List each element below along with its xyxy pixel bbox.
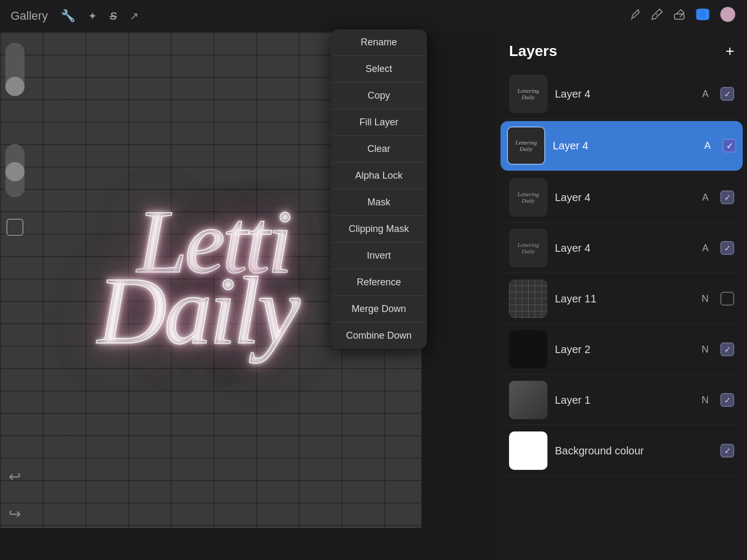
thumb-content [509, 431, 547, 470]
left-sidebar: ↩ ↪ [0, 32, 29, 560]
layer-item[interactable]: LetteringDaily Layer 4 A ✓ [500, 173, 743, 222]
thumb-content: LetteringDaily [508, 127, 544, 164]
context-menu-fill-layer[interactable]: Fill Layer [331, 109, 427, 136]
gallery-button[interactable]: Gallery [11, 9, 48, 23]
check-icon: ✓ [724, 345, 731, 355]
top-toolbar: Gallery 🔧 ✦ S ↗ [0, 0, 747, 32]
opacity-thumb [5, 162, 25, 181]
toolbar-right [627, 6, 736, 26]
context-menu: Rename Select Copy Fill Layer Clear Alph… [331, 29, 427, 349]
wrench-icon[interactable]: 🔧 [61, 9, 75, 23]
layer-mode: A [702, 89, 709, 100]
svg-point-0 [656, 13, 658, 15]
svg-point-4 [720, 7, 735, 22]
context-menu-copy[interactable]: Copy [331, 83, 427, 109]
layer-visibility-checkbox[interactable]: ✓ [720, 342, 734, 356]
layer-thumbnail: LetteringDaily [509, 178, 547, 217]
context-menu-invert[interactable]: Invert [331, 243, 427, 269]
layer-mode: N [702, 344, 709, 355]
layer-thumbnail [509, 330, 547, 369]
layer-name: Layer 1 [555, 394, 694, 406]
layers-title: Layers [509, 43, 557, 60]
check-icon: ✓ [724, 193, 731, 203]
thumb-content [509, 330, 547, 369]
layer-name: Layer 4 [555, 88, 695, 100]
layer-item[interactable]: Layer 11 N [500, 274, 743, 324]
redo-button[interactable]: ↪ [9, 505, 21, 523]
layer-mode: A [704, 140, 711, 151]
thumb-content [509, 279, 547, 318]
layer-mode: N [702, 293, 709, 305]
context-menu-clear[interactable]: Clear [331, 136, 427, 163]
undo-button[interactable]: ↩ [9, 468, 21, 485]
eraser-icon[interactable] [672, 7, 686, 25]
brush-size-slider[interactable] [5, 43, 25, 96]
layer-item[interactable]: Layer 1 N ✓ [500, 375, 743, 425]
layer-mode: A [702, 192, 709, 203]
slider-thumb [5, 77, 25, 96]
layer-visibility-checkbox[interactable]: ✓ [720, 190, 734, 204]
thumb-content: LetteringDaily [509, 178, 547, 217]
magic-wand-icon[interactable]: ✦ [88, 10, 97, 22]
layer-name: Background colour [555, 445, 701, 457]
context-menu-mask[interactable]: Mask [331, 189, 427, 216]
layer-name: Layer 4 [553, 140, 697, 152]
layer-item-background[interactable]: Background colour ✓ [500, 426, 743, 476]
layer-item-selected[interactable]: LetteringDaily Layer 4 A ✓ [500, 121, 743, 171]
toolbar-left: Gallery 🔧 ✦ S ↗ [11, 9, 139, 23]
context-menu-rename[interactable]: Rename [331, 29, 427, 56]
check-icon: ✓ [724, 395, 731, 405]
layer-visibility-checkbox[interactable] [720, 292, 734, 306]
layer-mode: N [702, 395, 709, 406]
context-menu-select[interactable]: Select [331, 56, 427, 83]
layer-visibility-checkbox[interactable]: ✓ [720, 393, 734, 407]
thumb-content [509, 381, 547, 419]
layer-item[interactable]: Layer 2 N ✓ [500, 325, 743, 374]
neon-text-daily: Daily [98, 270, 298, 351]
layer-name: Layer 4 [555, 242, 695, 254]
context-menu-alpha-lock[interactable]: Alpha Lock [331, 163, 427, 189]
layer-visibility-checkbox[interactable]: ✓ [720, 87, 734, 101]
layers-header: Layers + [496, 32, 747, 68]
color-square[interactable] [6, 219, 23, 236]
context-menu-merge-down[interactable]: Merge Down [331, 296, 427, 323]
context-menu-combine-down[interactable]: Combine Down [331, 323, 427, 349]
brush-icon[interactable] [627, 7, 641, 25]
layer-mode: A [702, 243, 709, 254]
layer-item[interactable]: LetteringDaily Layer 4 A ✓ [500, 69, 743, 119]
liquify-icon[interactable]: S [110, 10, 117, 22]
thumb-content: LetteringDaily [509, 229, 547, 267]
check-icon: ✓ [724, 243, 731, 253]
opacity-slider[interactable] [5, 144, 25, 197]
layer-thumbnail: LetteringDaily [509, 229, 547, 267]
layers-icon[interactable] [695, 7, 711, 25]
context-menu-reference[interactable]: Reference [331, 269, 427, 296]
thumb-content: LetteringDaily [509, 75, 547, 113]
layer-visibility-checkbox[interactable]: ✓ [720, 444, 734, 458]
layer-name: Layer 2 [555, 343, 694, 356]
layer-thumbnail [509, 381, 547, 419]
layer-visibility-checkbox[interactable]: ✓ [722, 139, 736, 153]
transform-icon[interactable]: ↗ [130, 10, 139, 22]
color-swatch-icon[interactable] [719, 6, 736, 26]
layer-thumbnail [509, 279, 547, 318]
layers-panel: Layers + LetteringDaily Layer 4 A ✓ Lett… [496, 32, 747, 560]
pen-icon[interactable] [650, 7, 664, 25]
layer-thumbnail: LetteringDaily [509, 75, 547, 113]
check-icon: ✓ [724, 446, 731, 456]
layer-thumbnail [509, 431, 547, 470]
layer-item[interactable]: LetteringDaily Layer 4 A ✓ [500, 223, 743, 273]
layer-name: Layer 4 [555, 191, 695, 204]
context-menu-clipping-mask[interactable]: Clipping Mask [331, 216, 427, 243]
layer-thumbnail: LetteringDaily [507, 126, 545, 165]
check-icon: ✓ [726, 141, 733, 151]
layer-visibility-checkbox[interactable]: ✓ [720, 241, 734, 255]
check-icon: ✓ [724, 89, 731, 99]
layers-add-button[interactable]: + [726, 43, 734, 60]
layer-name: Layer 11 [555, 293, 694, 305]
